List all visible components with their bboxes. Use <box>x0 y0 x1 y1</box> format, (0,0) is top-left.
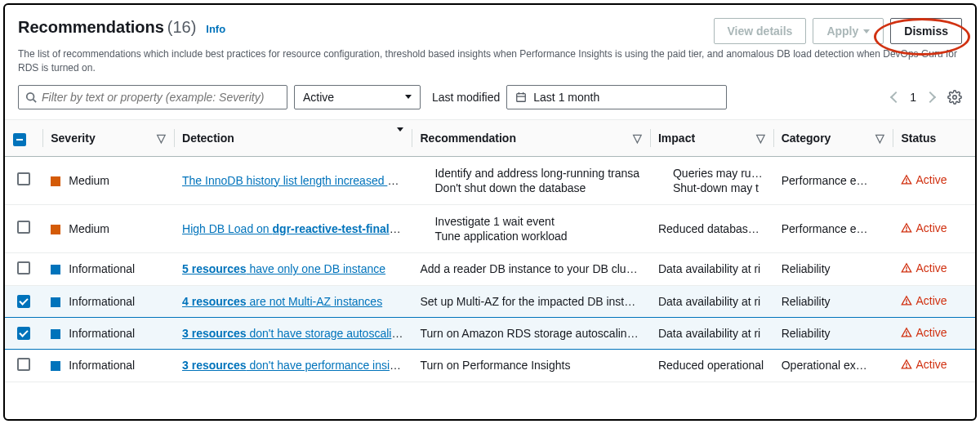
status-badge: Active <box>901 326 947 339</box>
list-item: Shut-down may t <box>673 181 765 194</box>
row-checkbox[interactable] <box>17 295 30 308</box>
severity-badge <box>51 329 60 339</box>
status-badge: Active <box>901 221 947 234</box>
svg-line-1 <box>33 99 37 102</box>
view-details-button[interactable]: View details <box>714 18 807 44</box>
impact-text: Data availability at ri <box>658 295 760 308</box>
warning-icon <box>901 262 912 274</box>
table-row[interactable]: Informational3 resources don't have stor… <box>5 317 975 349</box>
row-checkbox[interactable] <box>17 358 30 371</box>
status-select[interactable]: Active <box>294 85 421 109</box>
sort-icon[interactable]: ▽ <box>756 132 765 145</box>
detection-link[interactable]: 5 resources have only one DB instance <box>182 262 385 275</box>
column-impact[interactable]: Impact <box>658 132 695 145</box>
settings-gear-icon[interactable] <box>947 90 962 105</box>
list-item: Investigate 1 wait event <box>434 215 641 228</box>
sort-icon[interactable]: ▽ <box>875 132 884 145</box>
row-checkbox[interactable] <box>17 327 30 340</box>
impact-text: Data availability at ri <box>658 327 760 340</box>
apply-button[interactable]: Apply <box>813 18 884 44</box>
dismiss-label: Dismiss <box>904 25 948 38</box>
detection-link[interactable]: 4 resources are not Multi-AZ instances <box>182 295 382 308</box>
status-badge: Active <box>901 294 947 307</box>
panel-description: The list of recommendations which includ… <box>5 47 975 85</box>
list-item: Don't shut down the database <box>434 181 641 194</box>
table-row[interactable]: Informational3 resources don't have perf… <box>5 349 975 382</box>
view-details-label: View details <box>728 25 793 38</box>
recommendation-text: Add a reader DB instance to your DB clus… <box>420 262 644 275</box>
status-badge: Active <box>901 173 947 186</box>
row-checkbox[interactable] <box>17 261 30 274</box>
severity-badge <box>51 265 60 274</box>
status-badge: Active <box>901 358 947 371</box>
sort-icon[interactable] <box>397 132 403 145</box>
row-checkbox[interactable] <box>17 172 30 185</box>
severity-badge <box>51 225 60 234</box>
sort-icon[interactable]: ▽ <box>633 132 642 145</box>
category-text: Operational ex… <box>782 359 867 372</box>
info-link[interactable]: Info <box>206 23 225 35</box>
sort-icon[interactable]: ▽ <box>157 132 166 145</box>
list-item: Queries may run s <box>673 167 765 180</box>
recommendations-panel: Recommendations (16) Info View details A… <box>3 3 977 421</box>
recommendations-count: (16) <box>167 18 197 36</box>
table-row[interactable]: MediumHigh DB Load on dgr-reactive-test-… <box>5 204 975 252</box>
calendar-icon <box>515 91 527 103</box>
svg-point-0 <box>27 92 34 100</box>
status-badge: Active <box>901 261 947 274</box>
svg-rect-2 <box>517 93 526 101</box>
date-range-select[interactable]: Last 1 month <box>506 85 727 109</box>
date-range-value: Last 1 month <box>533 91 718 104</box>
column-recommendation[interactable]: Recommendation <box>420 132 515 145</box>
category-text: Performance e… <box>782 174 868 187</box>
category-text: Performance e… <box>782 222 868 235</box>
severity-label: Informational <box>69 295 135 308</box>
row-checkbox[interactable] <box>17 221 30 234</box>
search-input[interactable] <box>42 91 280 104</box>
severity-label: Medium <box>69 174 109 187</box>
column-status[interactable]: Status <box>901 132 936 145</box>
svg-point-10 <box>906 230 907 231</box>
page-prev-button[interactable] <box>890 91 902 103</box>
category-text: Reliability <box>782 327 831 340</box>
select-all-checkbox[interactable] <box>13 133 26 146</box>
detection-link[interactable]: 3 resources don't have storage autoscali… <box>182 327 411 340</box>
svg-point-14 <box>906 303 907 304</box>
list-item: Tune application workload <box>434 230 641 243</box>
table-row[interactable]: Informational4 resources are not Multi-A… <box>5 285 975 317</box>
impact-text: Reduced operational <box>658 359 764 372</box>
severity-label: Informational <box>69 359 135 372</box>
page-title: Recommendations <box>18 18 164 36</box>
status-select-value: Active <box>303 91 334 104</box>
warning-icon <box>901 295 912 306</box>
svg-point-16 <box>906 335 907 336</box>
severity-label: Informational <box>69 262 135 275</box>
svg-point-6 <box>953 95 957 99</box>
filter-input-wrapper[interactable] <box>18 85 287 109</box>
detection-link[interactable]: 3 resources don't have performance insig… <box>182 359 412 372</box>
table-row[interactable]: MediumThe InnoDB history list length inc… <box>5 156 975 204</box>
svg-point-8 <box>906 182 907 183</box>
severity-badge <box>51 361 60 371</box>
column-detection[interactable]: Detection <box>182 132 234 145</box>
detection-link[interactable]: The InnoDB history list length increased… <box>182 174 406 187</box>
severity-badge <box>51 297 60 307</box>
column-category[interactable]: Category <box>782 132 831 145</box>
severity-badge <box>51 176 60 186</box>
chevron-down-icon <box>405 95 412 99</box>
column-severity[interactable]: Severity <box>51 132 95 145</box>
impact-text: Data availability at ri <box>658 262 760 275</box>
list-item: Identify and address long-running transa <box>434 167 641 180</box>
warning-icon <box>901 359 912 370</box>
recommendations-table: Severity▽ Detection Recommendation▽ Impa… <box>5 119 975 382</box>
search-icon <box>25 91 37 103</box>
severity-label: Medium <box>69 222 109 235</box>
page-next-button[interactable] <box>924 91 936 103</box>
table-row[interactable]: Informational5 resources have only one D… <box>5 252 975 285</box>
recommendation-list: Investigate 1 wait eventTune application… <box>420 215 641 243</box>
warning-icon <box>901 174 912 185</box>
warning-icon <box>901 222 912 234</box>
recommendation-text: Turn on Performance Insights <box>420 359 570 372</box>
dismiss-button[interactable]: Dismiss <box>890 18 962 44</box>
detection-link[interactable]: High DB Load on dgr-reactive-test-final-… <box>182 222 410 235</box>
